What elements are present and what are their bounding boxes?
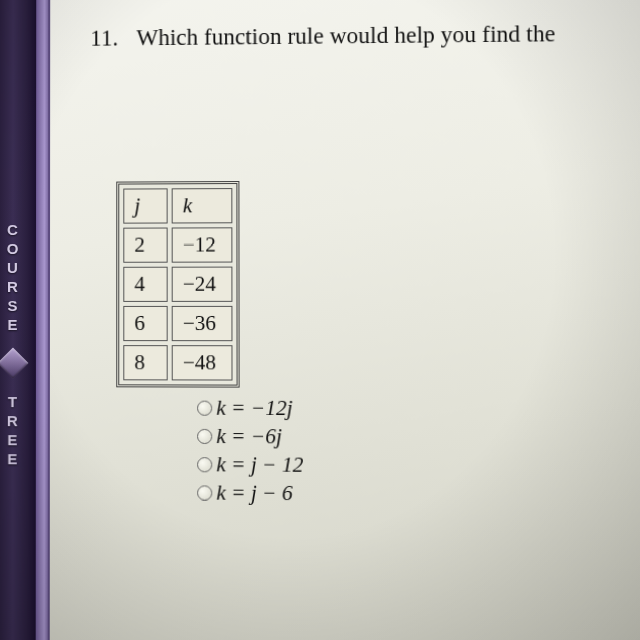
col-header-j: j [123, 188, 167, 223]
table-row: 6 −36 [123, 306, 232, 341]
radio-icon[interactable] [197, 485, 212, 500]
rail-word-course: COURSE [7, 220, 20, 334]
question-text: Which function rule would help you find … [136, 21, 555, 51]
screen-photo: COURSE TREE 11. Which function rule woul… [0, 0, 640, 640]
table-row: 2 −12 [123, 227, 232, 262]
cell-k: −48 [172, 345, 233, 380]
function-table: j k 2 −12 4 −24 6 −36 8 −48 [116, 181, 239, 388]
course-tree-rail: COURSE TREE [0, 0, 36, 640]
question-number: 11. [90, 25, 122, 51]
table-header-row: j k [123, 188, 232, 224]
cell-j: 6 [123, 306, 167, 341]
answer-choices: k = −12j k = −6j k = j − 12 k = j − 6 [197, 394, 640, 510]
choice-c-label: k = j − 12 [216, 450, 303, 479]
cell-k: −36 [172, 306, 233, 341]
cell-j: 4 [123, 267, 167, 302]
radio-icon[interactable] [197, 457, 212, 472]
radio-icon[interactable] [197, 428, 212, 443]
cell-j: 2 [123, 228, 167, 263]
rail-divider-icon [0, 347, 28, 378]
choice-d-label: k = j − 6 [216, 478, 292, 507]
table-row: 4 −24 [123, 267, 232, 302]
table-row: 8 −48 [123, 345, 232, 380]
choice-d[interactable]: k = j − 6 [197, 478, 640, 509]
question-line: 11. Which function rule would help you f… [90, 20, 640, 52]
choice-b[interactable]: k = −6j [197, 422, 640, 452]
rail-word-tree: TREE [7, 392, 19, 468]
choice-c[interactable]: k = j − 12 [197, 450, 640, 481]
worksheet-page: 11. Which function rule would help you f… [50, 0, 640, 640]
col-header-k: k [172, 188, 233, 223]
choice-b-label: k = −6j [216, 422, 282, 451]
cell-k: −12 [172, 227, 233, 262]
cell-j: 8 [123, 345, 167, 380]
choice-a-label: k = −12j [216, 394, 292, 423]
window-edge [36, 0, 51, 640]
cell-k: −24 [172, 267, 233, 302]
radio-icon[interactable] [197, 400, 212, 415]
choice-a[interactable]: k = −12j [197, 394, 640, 424]
